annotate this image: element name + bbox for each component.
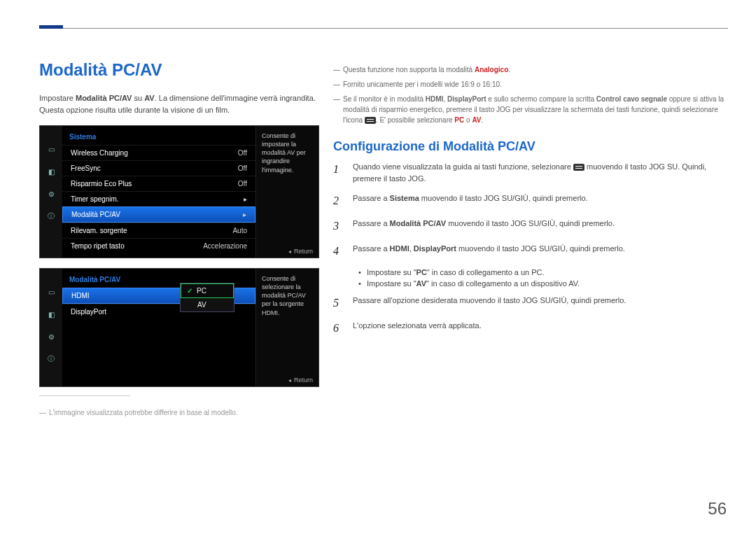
t: Passare a (353, 194, 390, 202)
top-divider (39, 28, 728, 29)
page-heading: Modalità PC/AV (39, 60, 319, 80)
l: Modalità PC/AV (71, 211, 120, 218)
return-label: Return (294, 377, 313, 384)
footnote-rule (39, 395, 130, 396)
v: Off (238, 164, 247, 172)
t: AV (144, 94, 154, 102)
intro-text: Impostare Modalità PC/AV su AV. La dimen… (39, 92, 319, 104)
osd-footer: ◂Return (283, 245, 318, 258)
t: su (132, 94, 144, 102)
step-number: 6 (333, 320, 343, 337)
osd-row: FreeSyncOff (62, 160, 255, 176)
osd-row: Risparmio Eco PlusOff (62, 176, 255, 191)
t: Quando viene visualizzata la guida ai ta… (353, 162, 573, 171)
image-disclaimer-note: L'immagine visualizzata potrebbe differi… (39, 409, 319, 416)
v: Accelerazione (203, 242, 247, 250)
v: ▸ (244, 195, 247, 203)
step-2: 2 Passare a Sistema muovendo il tasto JO… (333, 192, 725, 209)
osd-row: Tempo ripet tastoAccelerazione (62, 238, 255, 253)
picture-icon: ◧ (45, 308, 57, 321)
bullet-pc: Impostare su "PC" in caso di collegament… (358, 268, 725, 276)
l: AV (197, 301, 206, 309)
menu-icon (573, 164, 584, 171)
t: Questa funzione non supporta la modalità (343, 66, 475, 73)
t: Passare a (353, 244, 390, 253)
gear-icon: ⚙ (45, 330, 57, 343)
t: " in caso di collegamento a un dispositi… (426, 279, 580, 288)
osd-row: Wireless ChargingOff (62, 145, 255, 160)
step-number: 3 (333, 218, 343, 234)
return-label: Return (294, 248, 313, 255)
t: muovendo il tasto JOG SU/GIÙ, quindi pre… (419, 194, 588, 202)
t: muovendo il tasto JOG SU/GIÙ, quindi pre… (456, 244, 625, 253)
step-6: 6 L'opzione selezionata verrà applicata. (333, 320, 725, 337)
t: Control cavo segnale (596, 95, 667, 103)
monitor-icon: ▭ (45, 286, 57, 298)
step-number: 2 (333, 192, 343, 209)
v: Off (238, 180, 247, 188)
t: . La dimensione dell'immagine verrà ingr… (155, 94, 316, 102)
step-text: Passare a HDMI, DisplayPort muovendo il … (353, 243, 625, 260)
v: Off (238, 149, 247, 157)
steps-list: 1 Quando viene visualizzata la guida ai … (333, 161, 725, 337)
note-wide: Fornito unicamente per i modelli wide 16… (333, 79, 725, 90)
t: Se il monitor è in modalità (343, 95, 426, 103)
t: Analogico (475, 66, 508, 73)
osd-footer: ◂Return (283, 374, 318, 386)
step-text: Passare a Modalità PC/AV muovendo il tas… (353, 218, 615, 234)
monitor-icon: ▭ (45, 143, 57, 155)
check-icon: ✓ (187, 287, 192, 295)
osd-screenshot-pcav: ▭ ◧ ⚙ ⓘ Modalità PC/AV HDMI DisplayPort … (39, 268, 319, 387)
t: o (464, 116, 472, 124)
bullet-av: Impostare su "AV" in caso di collegament… (358, 279, 725, 288)
t: " in caso di collegamento a un PC. (427, 268, 545, 276)
osd-popup: ✓PC AV (180, 283, 234, 312)
info-icon: ⓘ (45, 353, 57, 365)
step-number: 5 (333, 295, 343, 311)
note-analogico: Questa funzione non supporta la modalità… (333, 64, 725, 75)
l: FreeSync (71, 164, 101, 172)
osd-menu-title: Sistema (62, 130, 255, 145)
osd-description: Consente di impostare la modalità AV per… (255, 126, 318, 258)
t: HDMI (390, 244, 410, 253)
osd-row: Rilevam. sorgenteAuto (62, 223, 255, 238)
v: ▸ (243, 211, 246, 218)
osd-description: Consente di selezionare la modalità PC/A… (255, 269, 318, 386)
step-text: Quando viene visualizzata la guida ai ta… (353, 161, 725, 184)
t: Modalità PC/AV (76, 94, 132, 102)
step-1: 1 Quando viene visualizzata la guida ai … (333, 161, 725, 184)
step-5: 5 Passare all'opzione desiderata muovend… (333, 295, 725, 311)
step-4: 4 Passare a HDMI, DisplayPort muovendo i… (333, 243, 725, 260)
t: DisplayPort (447, 95, 486, 103)
step-number: 4 (333, 243, 343, 260)
t: AV (472, 116, 481, 124)
t: e sullo schermo compare la scritta (486, 95, 596, 103)
l: DisplayPort (71, 308, 106, 316)
t: Sistema (390, 194, 419, 202)
note-signal: Se il monitor è in modalità HDMI, Displa… (333, 94, 725, 125)
step-number: 1 (333, 161, 343, 184)
page-number: 56 (708, 499, 727, 519)
sub-bullets: Impostare su "PC" in caso di collegament… (358, 268, 725, 288)
l: PC (197, 287, 206, 295)
t: AV (416, 279, 426, 288)
osd-row: Timer spegnim.▸ (62, 191, 255, 206)
osd-icon-column: ▭ ◧ ⚙ ⓘ (40, 126, 62, 258)
l: Rilevam. sorgente (71, 227, 127, 234)
t: Impostare (39, 94, 76, 102)
osd-row-selected: Modalità PC/AV▸ (62, 206, 255, 223)
osd-menu-column: Sistema Wireless ChargingOff FreeSyncOff… (62, 126, 255, 258)
popup-row: AV (181, 298, 234, 311)
step-text: L'opzione selezionata verrà applicata. (353, 320, 482, 337)
menu-icon (365, 117, 376, 124)
t: DisplayPort (414, 244, 456, 253)
back-icon: ◂ (288, 248, 291, 255)
t: Passare a (353, 219, 390, 227)
t: . (482, 116, 484, 124)
t: Impostare su " (367, 279, 416, 288)
step-text: Passare all'opzione desiderata muovendo … (353, 295, 626, 311)
step-text: Passare a Sistema muovendo il tasto JOG … (353, 192, 588, 209)
picture-icon: ◧ (45, 165, 57, 178)
l: Tempo ripet tasto (71, 242, 125, 250)
t: . (508, 66, 510, 73)
